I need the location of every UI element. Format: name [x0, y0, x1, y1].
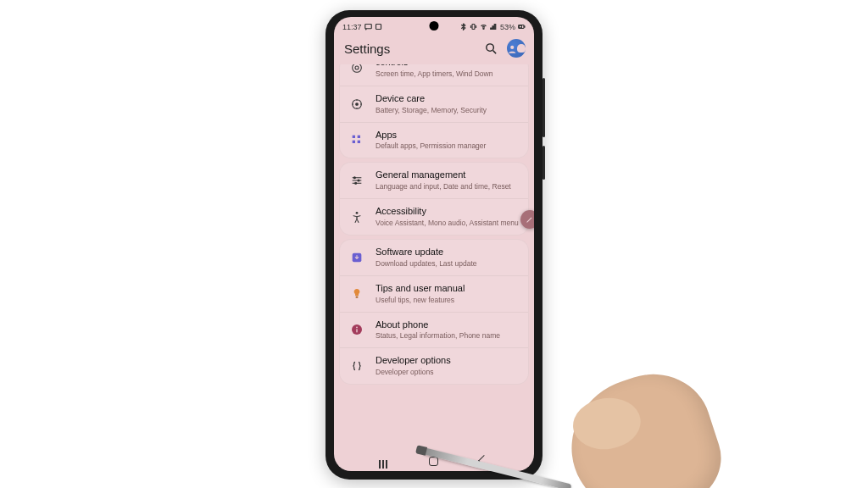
phone-screen: 11:37 53% Settings [334, 17, 534, 471]
status-time: 11:37 [342, 23, 362, 31]
item-title: Software update [376, 247, 520, 258]
item-title: About phone [376, 319, 520, 331]
profile-avatar[interactable] [507, 39, 526, 58]
svg-point-23 [355, 183, 357, 185]
software-update-icon [348, 249, 365, 266]
settings-item-about-phone[interactable]: About phone Status, Legal information, P… [340, 313, 528, 349]
phone-frame: 11:37 53% Settings [326, 10, 542, 480]
svg-rect-0 [364, 25, 371, 29]
svg-rect-26 [356, 296, 359, 297]
item-title: Accessibility [376, 206, 520, 218]
settings-item-device-care[interactable]: Device care Battery, Storage, Memory, Se… [340, 86, 528, 123]
svg-rect-17 [358, 141, 360, 143]
item-title: General management [376, 169, 520, 181]
pencil-icon [526, 215, 534, 224]
accessibility-icon [348, 208, 365, 225]
svg-point-21 [353, 177, 355, 179]
search-button[interactable] [481, 39, 500, 58]
search-icon [484, 42, 498, 56]
svg-rect-5 [524, 26, 525, 27]
bluetooth-icon [459, 23, 467, 30]
item-sub: Developer options [376, 368, 520, 377]
message-icon [364, 23, 372, 30]
svg-line-8 [492, 50, 496, 53]
svg-rect-29 [356, 330, 357, 333]
device-care-icon [348, 96, 365, 113]
item-sub: Language and input, Date and time, Reset [376, 182, 520, 191]
item-title: Device care [376, 93, 520, 105]
recents-icon [379, 460, 389, 462]
item-sub: Battery, Storage, Memory, Security [376, 106, 520, 115]
item-title: Developer options [376, 355, 520, 367]
svg-point-11 [355, 66, 359, 69]
svg-rect-2 [472, 25, 475, 30]
svg-point-28 [356, 327, 358, 329]
svg-rect-1 [376, 25, 381, 30]
front-camera [430, 21, 439, 30]
settings-item-controls[interactable]: controls Screen time, App timers, Wind D… [340, 64, 528, 86]
item-title: Apps [376, 130, 520, 141]
item-sub: Download updates, Last update [376, 259, 520, 269]
svg-point-13 [356, 103, 359, 105]
vibrate-icon [470, 23, 477, 30]
item-sub: Status, Legal information, Phone name [376, 331, 520, 341]
developer-icon [348, 358, 365, 374]
svg-point-24 [356, 212, 359, 214]
volume-button[interactable] [542, 78, 545, 137]
person-icon [507, 43, 517, 54]
battery-text: 53% [500, 23, 515, 31]
apps-icon [348, 131, 365, 148]
svg-point-9 [510, 45, 514, 48]
app-header: Settings [334, 34, 534, 64]
wifi-icon [480, 23, 487, 30]
settings-item-tips[interactable]: Tips and user manual Useful tips, new fe… [340, 276, 528, 313]
item-title: controls [376, 64, 520, 69]
settings-item-accessibility[interactable]: Accessibility Voice Assistant, Mono audi… [340, 199, 528, 235]
item-sub: Voice Assistant, Mono audio, Assistant m… [376, 219, 520, 228]
tips-icon [348, 286, 365, 302]
svg-rect-14 [353, 136, 355, 138]
settings-item-software-update[interactable]: Software update Download updates, Last u… [340, 240, 528, 276]
item-sub: Screen time, App timers, Wind Down [376, 69, 520, 79]
hand [554, 359, 732, 488]
power-button[interactable] [542, 146, 545, 180]
settings-item-general-management[interactable]: General management Language and input, D… [340, 163, 528, 199]
settings-item-developer-options[interactable]: Developer options Developer options [340, 348, 528, 384]
edit-fab[interactable] [520, 210, 534, 229]
settings-list[interactable]: controls Screen time, App timers, Wind D… [334, 64, 534, 451]
svg-point-7 [486, 43, 493, 51]
item-title: Tips and user manual [376, 283, 520, 295]
recents-button[interactable] [371, 460, 397, 462]
svg-rect-6 [519, 25, 521, 28]
svg-point-22 [358, 180, 359, 181]
signal-icon [490, 23, 498, 30]
item-sub: Default apps, Permission manager [376, 141, 520, 151]
notification-icon [375, 23, 382, 30]
page-title: Settings [344, 42, 475, 56]
item-sub: Useful tips, new features [376, 296, 520, 305]
settings-item-apps[interactable]: Apps Default apps, Permission manager [340, 123, 528, 158]
svg-rect-16 [353, 141, 355, 143]
svg-point-3 [483, 28, 484, 29]
controls-icon [348, 64, 365, 76]
about-icon [348, 321, 365, 338]
battery-icon [518, 23, 526, 30]
general-icon [348, 172, 365, 189]
svg-rect-15 [358, 136, 360, 138]
